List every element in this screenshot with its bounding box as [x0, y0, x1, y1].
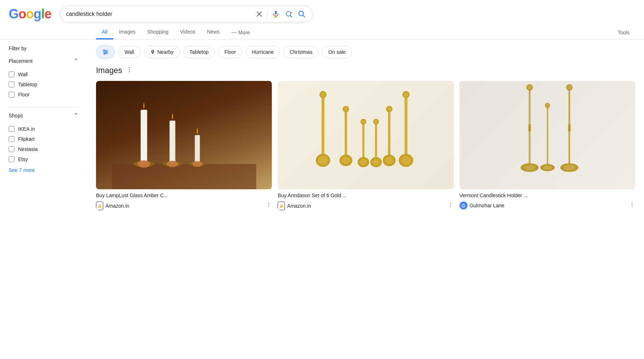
tab-shopping[interactable]: Shopping — [141, 25, 174, 39]
filter-by-label: Filter by — [9, 46, 79, 51]
svg-point-43 — [404, 92, 409, 97]
filter-tabletop[interactable]: Tabletop — [9, 79, 79, 90]
svg-point-28 — [138, 160, 151, 168]
pin-icon — [150, 49, 155, 55]
chip-christmas[interactable]: Christmas — [283, 46, 318, 58]
images-more-button[interactable] — [126, 66, 133, 75]
svg-point-46 — [341, 157, 350, 164]
card-1-menu-icon — [265, 202, 272, 208]
filter-ikea[interactable]: IKEA.in — [9, 124, 79, 134]
chip-on-sale[interactable]: On sale — [322, 46, 352, 58]
filter-wall[interactable]: Wall — [9, 69, 79, 79]
svg-rect-26 — [195, 135, 200, 164]
svg-rect-24 — [170, 121, 175, 164]
chip-filter-icon[interactable] — [96, 46, 115, 59]
card-1-source: a Amazon.in — [96, 202, 272, 210]
filter-etsy-checkbox[interactable] — [9, 156, 14, 162]
card-3-source-name: Gulmohar Lane — [470, 203, 505, 208]
amazon-logo-1: a — [98, 203, 101, 209]
filter-floor-checkbox[interactable] — [9, 92, 14, 98]
card-1-image — [96, 81, 272, 189]
see-more-shops[interactable]: See 7 more — [9, 167, 79, 173]
chip-on-sale-label: On sale — [328, 49, 345, 55]
filter-etsy[interactable]: Etsy — [9, 154, 79, 164]
tab-all[interactable]: All — [96, 25, 113, 39]
tools-button[interactable]: Tools — [612, 26, 635, 39]
clear-button[interactable] — [255, 10, 264, 18]
logo-e: e — [44, 7, 51, 21]
microphone-icon — [272, 10, 280, 18]
svg-point-9 — [232, 32, 232, 33]
search-button[interactable] — [297, 9, 306, 19]
card-1-menu-button[interactable] — [265, 202, 272, 210]
tab-images[interactable]: Images — [113, 25, 142, 39]
svg-point-18 — [129, 67, 130, 68]
lens-button[interactable] — [284, 9, 293, 19]
image-card-1[interactable]: Buy LampLust Glass Amber C... a Amazon.i… — [96, 81, 272, 210]
svg-rect-34 — [322, 95, 325, 160]
svg-point-48 — [344, 107, 348, 111]
chip-nearby[interactable]: Nearby — [144, 46, 180, 58]
svg-point-64 — [450, 203, 451, 203]
chip-hurricane-label: Hurricane — [252, 49, 274, 55]
card-2-source: a Amazon.in — [278, 202, 453, 210]
search-bar-wrap — [60, 6, 313, 22]
filter-ikea-label: IKEA.in — [18, 126, 35, 132]
filter-tabletop-checkbox[interactable] — [9, 82, 14, 87]
clear-icon — [256, 10, 263, 18]
card-2-image — [278, 81, 453, 189]
lens-icon — [285, 10, 293, 18]
search-input[interactable] — [66, 11, 251, 17]
filter-floor[interactable]: Floor — [9, 90, 79, 100]
tab-news[interactable]: News — [201, 25, 225, 39]
filter-nestasia[interactable]: Nestasia — [9, 144, 79, 154]
logo-o2: o — [26, 7, 34, 21]
tab-videos[interactable]: Videos — [174, 25, 201, 39]
images-section-title: Images — [96, 66, 122, 75]
filter-flipkart-label: Flipkart — [18, 136, 35, 142]
svg-rect-21 — [112, 164, 256, 189]
filter-floor-label: Floor — [18, 92, 30, 98]
svg-point-53 — [387, 107, 391, 111]
filter-tabletop-label: Tabletop — [18, 82, 37, 87]
shops-chevron-icon: ⌃ — [73, 112, 79, 120]
svg-point-36 — [318, 156, 328, 165]
image-card-2[interactable]: Buy Anndason Set of 6 Gold ... a Amazon.… — [278, 81, 453, 210]
card-2-menu-button[interactable] — [447, 202, 454, 210]
filter-sliders-icon — [102, 49, 109, 55]
content-area: Wall Nearby Tabletop Floor Hurricane — [87, 46, 644, 210]
svg-rect-59 — [375, 122, 377, 162]
filter-flipkart[interactable]: Flipkart — [9, 134, 79, 144]
svg-line-6 — [290, 16, 292, 17]
voice-search-button[interactable] — [271, 9, 280, 19]
svg-point-33 — [268, 206, 269, 207]
card-3-menu-button[interactable] — [629, 202, 635, 210]
gulmohar-logo: G — [460, 202, 467, 209]
chip-floor[interactable]: Floor — [218, 46, 242, 58]
card-3-image — [460, 81, 635, 189]
chip-hurricane[interactable]: Hurricane — [246, 46, 280, 58]
chip-wall[interactable]: Wall — [118, 46, 140, 58]
svg-point-17 — [104, 53, 106, 55]
svg-point-69 — [524, 165, 535, 170]
card-2-title: Buy Anndason Set of 6 Gold ... — [278, 192, 453, 199]
card-2-amazon-badge: a — [278, 202, 285, 210]
image-card-3[interactable]: Vermont Candlestick Holder ... G Gulmoha… — [460, 81, 635, 210]
svg-point-75 — [564, 165, 575, 170]
shops-section-header[interactable]: Shops ⌃ — [9, 112, 79, 120]
chip-floor-label: Floor — [225, 49, 236, 55]
sidebar-divider — [9, 107, 79, 107]
svg-point-10 — [234, 32, 234, 33]
filter-nestasia-checkbox[interactable] — [9, 146, 14, 152]
google-logo[interactable]: Google — [9, 7, 51, 22]
more-menu[interactable]: More — [225, 26, 256, 39]
main-content: Filter by Placement ⌃ Wall Tabletop Floo… — [0, 40, 644, 210]
filter-wall-checkbox[interactable] — [9, 72, 14, 77]
filter-ikea-checkbox[interactable] — [9, 126, 14, 132]
svg-rect-72 — [528, 124, 531, 131]
placement-section-header[interactable]: Placement ⌃ — [9, 57, 79, 65]
filter-flipkart-checkbox[interactable] — [9, 136, 14, 142]
chip-tabletop[interactable]: Tabletop — [183, 46, 215, 58]
images-more-icon — [126, 66, 133, 73]
card-2-menu-icon — [447, 202, 454, 208]
